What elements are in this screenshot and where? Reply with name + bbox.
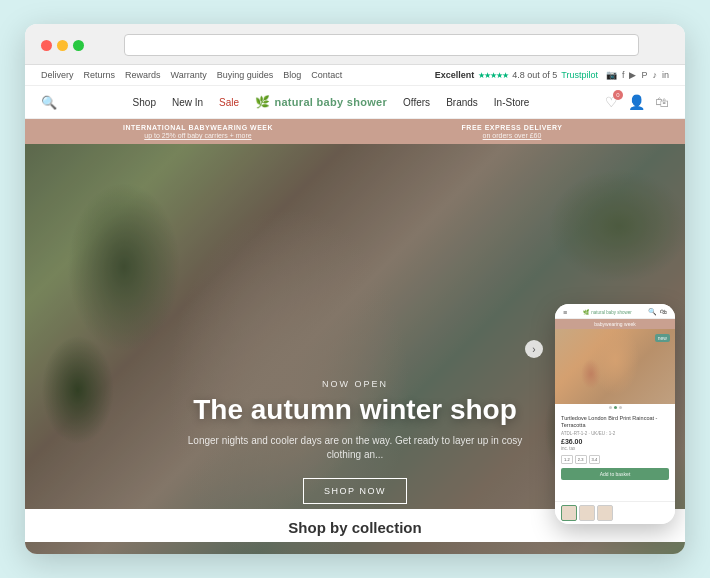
browser-chrome xyxy=(25,24,685,65)
hero-subtitle: Longer nights and cooler days are on the… xyxy=(185,434,525,462)
nav-new-in[interactable]: New In xyxy=(172,97,203,108)
dot-yellow[interactable] xyxy=(57,40,68,51)
phone-brand-name: natural baby shower xyxy=(591,310,632,315)
phone-nav-icons: 🔍 🛍 xyxy=(648,308,667,316)
phone-brand: 🌿 natural baby shower xyxy=(583,309,632,315)
trustpilot-label: Excellent xyxy=(435,70,475,80)
instagram-icon[interactable]: 📷 xyxy=(606,70,617,80)
phone-dot-3[interactable] xyxy=(619,406,622,409)
nav-sale[interactable]: Sale xyxy=(219,97,239,108)
phone-search-icon: 🔍 xyxy=(648,308,657,316)
phone-thumb-1[interactable] xyxy=(561,505,577,521)
utility-link-buying[interactable]: Buying guides xyxy=(217,70,274,80)
phone-image-dots xyxy=(555,404,675,411)
trustpilot: Excellent ★★★★★ 4.8 out of 5 Trustpilot xyxy=(435,70,598,80)
phone-size-3[interactable]: 3-4 xyxy=(589,455,601,464)
phone-new-badge: new xyxy=(655,334,670,342)
phone-product-info: Turtledove London Bird Print Raincoat - … xyxy=(555,411,675,501)
phone-product-title: Turtledove London Bird Print Raincoat - … xyxy=(561,415,669,429)
leaf-icon: 🌿 xyxy=(255,95,270,109)
website: Delivery Returns Rewards Warranty Buying… xyxy=(25,65,685,554)
phone-leaf-icon: 🌿 xyxy=(583,309,589,315)
phone-thumbnail-row xyxy=(555,501,675,524)
tiktok-icon[interactable]: ♪ xyxy=(652,70,657,80)
dot-red[interactable] xyxy=(41,40,52,51)
trustpilot-score-value: 4.8 out of 5 xyxy=(512,70,557,80)
announcement-right: FREE EXPRESS DELIVERY on orders over £60 xyxy=(355,124,669,139)
utility-bar: Delivery Returns Rewards Warranty Buying… xyxy=(25,65,685,86)
nav-right: ♡ 0 👤 🛍 xyxy=(605,94,669,110)
phone-banner: babywearing week xyxy=(555,319,675,329)
pinterest-icon[interactable]: P xyxy=(641,70,647,80)
utility-links: Delivery Returns Rewards Warranty Buying… xyxy=(41,70,342,80)
utility-link-delivery[interactable]: Delivery xyxy=(41,70,74,80)
phone-product-image: new xyxy=(555,329,675,404)
shop-now-button[interactable]: SHOP NOW xyxy=(303,478,407,504)
address-bar[interactable] xyxy=(124,34,639,56)
nav-in-store[interactable]: In-Store xyxy=(494,97,530,108)
phone-size-2[interactable]: 2-3 xyxy=(575,455,587,464)
phone-thumb-3[interactable] xyxy=(597,505,613,521)
phone-dot-2[interactable] xyxy=(614,406,617,409)
linkedin-icon[interactable]: in xyxy=(662,70,669,80)
announcement-right-title: FREE EXPRESS DELIVERY xyxy=(462,124,563,131)
nav-shop[interactable]: Shop xyxy=(133,97,156,108)
youtube-icon[interactable]: ▶ xyxy=(629,70,636,80)
phone-add-to-basket-button[interactable]: Add to basket xyxy=(561,468,669,480)
wishlist-icon[interactable]: ♡ 0 xyxy=(605,94,618,110)
facebook-icon[interactable]: f xyxy=(622,70,625,80)
utility-link-blog[interactable]: Blog xyxy=(283,70,301,80)
phone-menu-icon: ≡ xyxy=(563,309,567,316)
wishlist-badge: 0 xyxy=(613,90,623,100)
utility-right: Excellent ★★★★★ 4.8 out of 5 Trustpilot … xyxy=(435,70,669,80)
phone-size-options: 1-2 2-3 3-4 xyxy=(561,455,669,464)
phone-product-price: £36.00 xyxy=(561,438,669,445)
brand-logo[interactable]: 🌿 natural baby shower xyxy=(255,95,387,109)
brand-name: natural baby shower xyxy=(274,96,387,108)
phone-thumb-2[interactable] xyxy=(579,505,595,521)
account-icon[interactable]: 👤 xyxy=(628,94,645,110)
phone-tax-note: inc. tax xyxy=(561,446,669,451)
cart-icon[interactable]: 🛍 xyxy=(655,94,669,110)
social-icons: 📷 f ▶ P ♪ in xyxy=(606,70,669,80)
nav-left: 🔍 xyxy=(41,95,57,110)
nav-offers[interactable]: Offers xyxy=(403,97,430,108)
utility-link-rewards[interactable]: Rewards xyxy=(125,70,161,80)
hero-section: NOW OPEN The autumn winter shop Longer n… xyxy=(25,144,685,554)
announcement-right-sub[interactable]: on orders over £60 xyxy=(483,132,542,139)
trustpilot-stars: ★★★★★ xyxy=(478,71,508,80)
nav-brands[interactable]: Brands xyxy=(446,97,478,108)
utility-link-returns[interactable]: Returns xyxy=(84,70,116,80)
phone-product-sku: ATDL-RT-1-2 · UK/EU : 1-2 xyxy=(561,431,669,436)
phone-dot-1[interactable] xyxy=(609,406,612,409)
phone-overlay: ≡ 🌿 natural baby shower 🔍 🛍 babywearing … xyxy=(555,304,675,524)
announcement-left-sub[interactable]: up to 25% off baby carriers + more xyxy=(144,132,251,139)
phone-cart-icon: 🛍 xyxy=(660,308,667,316)
dot-green[interactable] xyxy=(73,40,84,51)
announcement-bar: INTERNATIONAL BABYWEARING WEEK up to 25%… xyxy=(25,119,685,144)
phone-nav: ≡ 🌿 natural baby shower 🔍 🛍 xyxy=(555,304,675,319)
trustpilot-brand: Trustpilot xyxy=(561,70,598,80)
search-icon[interactable]: 🔍 xyxy=(41,95,57,110)
main-nav: 🔍 Shop New In Sale 🌿 natural baby shower… xyxy=(25,86,685,119)
hero-next-chevron[interactable]: › xyxy=(525,340,543,358)
browser-window: Delivery Returns Rewards Warranty Buying… xyxy=(25,24,685,554)
announcement-left: INTERNATIONAL BABYWEARING WEEK up to 25%… xyxy=(41,124,355,139)
nav-center: Shop New In Sale 🌿 natural baby shower O… xyxy=(133,95,530,109)
utility-link-contact[interactable]: Contact xyxy=(311,70,342,80)
announcement-left-title: INTERNATIONAL BABYWEARING WEEK xyxy=(123,124,273,131)
phone-size-1[interactable]: 1-2 xyxy=(561,455,573,464)
utility-link-warranty[interactable]: Warranty xyxy=(171,70,207,80)
browser-dots xyxy=(41,40,84,51)
